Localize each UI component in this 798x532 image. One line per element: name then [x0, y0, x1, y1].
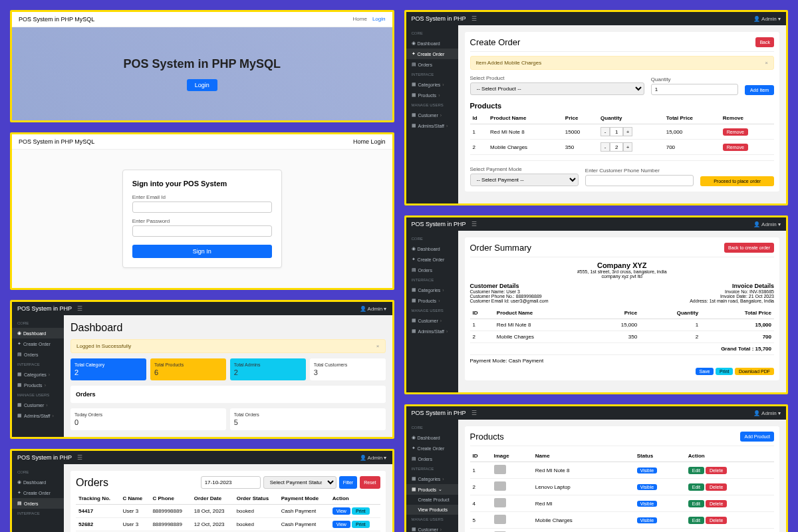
sidebar-item-customer[interactable]: ▦ Customer [406, 110, 458, 120]
sidebar-item-categories[interactable]: ▦ Categories [12, 369, 64, 380]
sidebar-item-products[interactable]: ▦ Products [406, 295, 458, 306]
qty-input[interactable] [651, 84, 738, 95]
sidebar-item-view-products[interactable]: View Products [406, 505, 458, 515]
back-button[interactable]: Back [755, 37, 774, 47]
topbar: POS System in PHP MySQL Home Login [12, 134, 392, 150]
sidebar-item-create-order[interactable]: ✦ Create Order [406, 443, 458, 454]
sidebar-item-dashboard[interactable]: ◉ Dashboard [12, 477, 64, 487]
edit-button[interactable]: Edit [688, 500, 704, 507]
email-field[interactable] [132, 201, 272, 213]
payment-select[interactable]: -- Select Payment -- [470, 174, 579, 186]
print-button[interactable]: Print [352, 507, 369, 515]
edit-button[interactable]: Edit [688, 483, 704, 491]
user-menu[interactable]: 👤 Admin ▾ [753, 16, 781, 22]
signin-button[interactable]: Sign In [132, 245, 272, 258]
sidebar-item-dashboard[interactable]: ◉ Dashboard [406, 38, 458, 49]
status-badge: Visible [637, 517, 658, 523]
close-icon[interactable]: × [376, 343, 380, 349]
product-select[interactable]: -- Select Product -- [470, 82, 644, 95]
sidebar-item-create-product[interactable]: Create Product [406, 495, 458, 505]
view-button[interactable]: View [332, 521, 350, 528]
brand: POS System in PHP [17, 454, 72, 461]
menu-icon[interactable]: ☰ [471, 221, 477, 227]
sidebar-item-products[interactable]: ▦ Products [12, 380, 64, 390]
sidebar-item-admins[interactable]: ▦ Admins/Staff [406, 326, 458, 336]
filter-button[interactable]: Filter [339, 476, 358, 489]
sidebar-item-dashboard[interactable]: ◉ Dashboard [406, 432, 458, 443]
nav-home[interactable]: Home [353, 138, 369, 145]
sidebar-item-categories[interactable]: ▦ Categories [406, 79, 458, 90]
sidebar-item-products[interactable]: ▦ Products [406, 90, 458, 100]
company-name: Company XYZ [470, 261, 775, 269]
sidebar-item-customer[interactable]: ▦ Customer [12, 400, 64, 410]
sidebar-item-create-order[interactable]: ✦ Create Order [12, 487, 64, 498]
stat-admins: Total Admins2 [230, 358, 306, 380]
menu-icon[interactable]: ☰ [471, 410, 477, 416]
print-button[interactable]: Print [716, 368, 733, 375]
sidebar-item-admins[interactable]: ▦ Admins/Staff [12, 410, 64, 421]
phone-input[interactable] [585, 175, 694, 186]
nav-home[interactable]: Home [353, 16, 367, 23]
view-button[interactable]: View [332, 507, 350, 515]
alert-success: Logged In Successfully× [70, 339, 386, 353]
page-title: Order Summary [470, 243, 531, 253]
sidebar-item-orders[interactable]: ▤ Orders [12, 349, 64, 360]
brand: POS System in PHP [412, 410, 466, 416]
nav-login[interactable]: Login [372, 16, 386, 23]
delete-button[interactable]: Delete [706, 517, 727, 524]
remove-button[interactable]: Remove [723, 128, 748, 136]
sidebar-item-customer[interactable]: ▦ Customer [406, 315, 458, 326]
qty-stepper[interactable]: -+ [600, 142, 632, 152]
add-item-button[interactable]: Add Item [745, 85, 774, 95]
proceed-button[interactable]: Proceed to place order [700, 176, 774, 186]
nav-login[interactable]: Login [370, 138, 385, 145]
edit-button[interactable]: Edit [688, 467, 704, 474]
delete-button[interactable]: Delete [706, 467, 727, 474]
reset-button[interactable]: Reset [360, 476, 380, 489]
status-select[interactable]: Select Payment Status [263, 476, 336, 489]
download-pdf-button[interactable]: Download PDF [735, 368, 774, 375]
menu-icon[interactable]: ☰ [77, 454, 82, 461]
login-button[interactable]: Login [187, 79, 217, 91]
brand: POS System in PHP MySQL [19, 138, 94, 145]
sidebar-item-customer[interactable]: ▦ Customer [406, 524, 458, 532]
brand: POS System in PHP [17, 305, 72, 312]
sidebar-item-categories[interactable]: ▦ Categories [406, 473, 458, 484]
sidebar-item-create-order[interactable]: ✦ Create Order [406, 49, 458, 59]
delete-button[interactable]: Delete [706, 500, 727, 507]
menu-icon[interactable]: ☰ [471, 15, 477, 22]
delete-button[interactable]: Delete [706, 483, 727, 491]
password-label: Enter Password [132, 218, 272, 224]
print-button[interactable]: Print [352, 521, 369, 528]
sidebar-item-dashboard[interactable]: ◉ Dashboard [406, 243, 458, 254]
user-menu[interactable]: 👤 Admin ▾ [360, 455, 387, 461]
sidebar-item-orders[interactable]: ▤ Orders [406, 59, 458, 70]
stat-category: Total Category2 [70, 358, 146, 380]
sidebar-item-admins[interactable]: ▦ Admins/Staff [406, 120, 458, 131]
back-button[interactable]: Back to create order [724, 243, 774, 253]
page-title: Products [470, 432, 504, 442]
sidebar-item-orders[interactable]: ▤ Orders [406, 265, 458, 275]
sidebar-item-create-order[interactable]: ✦ Create Order [12, 338, 64, 349]
date-input[interactable] [201, 476, 261, 489]
sidebar-item-orders[interactable]: ▤ Orders [406, 454, 458, 464]
table-row: 54417User 3888999888918 Oct, 2023bookedC… [76, 505, 380, 518]
sidebar-item-dashboard[interactable]: ◉ Dashboard [12, 328, 64, 338]
close-icon[interactable]: × [765, 60, 768, 66]
user-menu[interactable]: 👤 Admin ▾ [753, 410, 781, 416]
qty-stepper[interactable]: -+ [600, 127, 632, 136]
save-button[interactable]: Save [696, 368, 714, 375]
sidebar-item-create-order[interactable]: ✦ Create Order [406, 254, 458, 265]
edit-button[interactable]: Edit [688, 517, 704, 524]
sidebar-item-categories[interactable]: ▦ Categories [406, 285, 458, 295]
sidebar: CORE ◉ Dashboard ✦ Create Order ▤ Orders… [12, 315, 64, 437]
user-menu[interactable]: 👤 Admin ▾ [360, 306, 387, 312]
sidebar-item-orders[interactable]: ▤ Orders [12, 498, 64, 509]
sidebar-item-products[interactable]: ▦ Products ⌄ [406, 484, 458, 495]
menu-icon[interactable]: ☰ [77, 305, 82, 312]
add-product-button[interactable]: Add Product [740, 432, 774, 442]
password-field[interactable] [132, 225, 272, 237]
payment-mode: Payment Mode: Cash Payment [470, 358, 775, 364]
remove-button[interactable]: Remove [723, 144, 748, 151]
user-menu[interactable]: 👤 Admin ▾ [753, 221, 781, 227]
